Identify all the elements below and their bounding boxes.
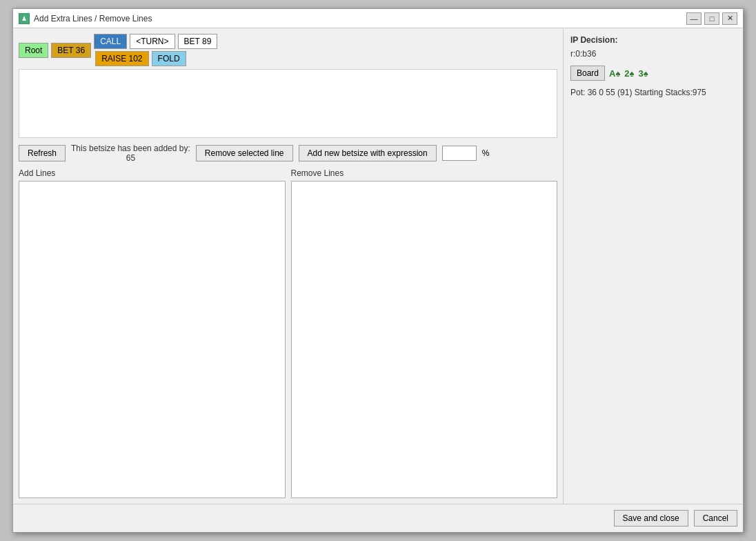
- left-panel: Root BET 36 CALL <TURN> BET 89: [13, 28, 564, 504]
- card-3: 3♠: [638, 68, 648, 79]
- add-lines-label: Add Lines: [19, 168, 286, 178]
- remove-selected-button[interactable]: Remove selected line: [196, 145, 293, 161]
- tab-bet89[interactable]: BET 89: [178, 34, 218, 49]
- remove-lines-panel: Remove Lines: [291, 168, 558, 498]
- title-bar-left: ♟ Add Extra Lines / Remove Lines: [19, 13, 152, 24]
- content-area: Root BET 36 CALL <TURN> BET 89: [13, 28, 743, 504]
- toolbar-row: Refresh This betsize has been added by: …: [19, 144, 557, 163]
- window-icon: ♟: [19, 13, 30, 24]
- add-lines-panel: Add Lines: [19, 168, 286, 498]
- title-bar-controls: — □ ✕: [686, 12, 737, 25]
- window-title: Add Extra Lines / Remove Lines: [34, 14, 152, 23]
- remove-lines-box[interactable]: [291, 181, 558, 498]
- sub-tabs-row: RAISE 102 FOLD: [94, 51, 217, 66]
- board-row: Board A♠ 2♠ 3♠: [570, 66, 736, 81]
- remove-lines-label: Remove Lines: [291, 168, 558, 178]
- nav-tabs-row1: Root BET 36 CALL <TURN> BET 89: [19, 34, 557, 66]
- betsize-info: This betsize has been added by: 65: [71, 144, 190, 163]
- main-window: ♟ Add Extra Lines / Remove Lines — □ ✕ R…: [12, 8, 744, 533]
- add-lines-box[interactable]: [19, 181, 286, 498]
- panels-row: Add Lines Remove Lines: [19, 168, 557, 498]
- tree-area: [19, 69, 557, 138]
- tab-bet36[interactable]: BET 36: [51, 43, 91, 58]
- card-2: 2♠: [624, 68, 634, 79]
- maximize-button[interactable]: □: [704, 12, 719, 25]
- title-bar: ♟ Add Extra Lines / Remove Lines — □ ✕: [13, 9, 743, 28]
- betsize-expression-input[interactable]: [442, 146, 477, 161]
- decision-value: r:0:b36: [570, 49, 736, 59]
- board-button[interactable]: Board: [570, 66, 605, 81]
- ip-decision-label: IP Decision:: [570, 35, 736, 45]
- close-button[interactable]: ✕: [722, 12, 737, 25]
- tab-turn[interactable]: <TURN>: [130, 34, 175, 49]
- pct-symbol: %: [482, 148, 490, 158]
- minimize-button[interactable]: —: [686, 12, 702, 25]
- sub-tab-raise102[interactable]: RAISE 102: [95, 51, 148, 66]
- tab-call[interactable]: CALL: [94, 34, 127, 49]
- card-1: A♠: [609, 68, 620, 79]
- save-and-close-button[interactable]: Save and close: [614, 510, 688, 527]
- nav-tab-group: CALL <TURN> BET 89 RAISE 102: [94, 34, 217, 66]
- refresh-button[interactable]: Refresh: [19, 145, 66, 161]
- add-betsize-button[interactable]: Add new betsize with expression: [299, 145, 437, 161]
- pot-text: Pot: 36 0 55 (91) Starting Stacks:975: [570, 88, 736, 97]
- right-panel: IP Decision: r:0:b36 Board A♠ 2♠ 3♠ Pot:…: [564, 28, 743, 504]
- tab-root[interactable]: Root: [19, 43, 48, 58]
- bottom-buttons: Save and close Cancel: [13, 504, 743, 532]
- sub-tab-fold[interactable]: FOLD: [152, 51, 186, 66]
- cancel-button[interactable]: Cancel: [694, 510, 737, 527]
